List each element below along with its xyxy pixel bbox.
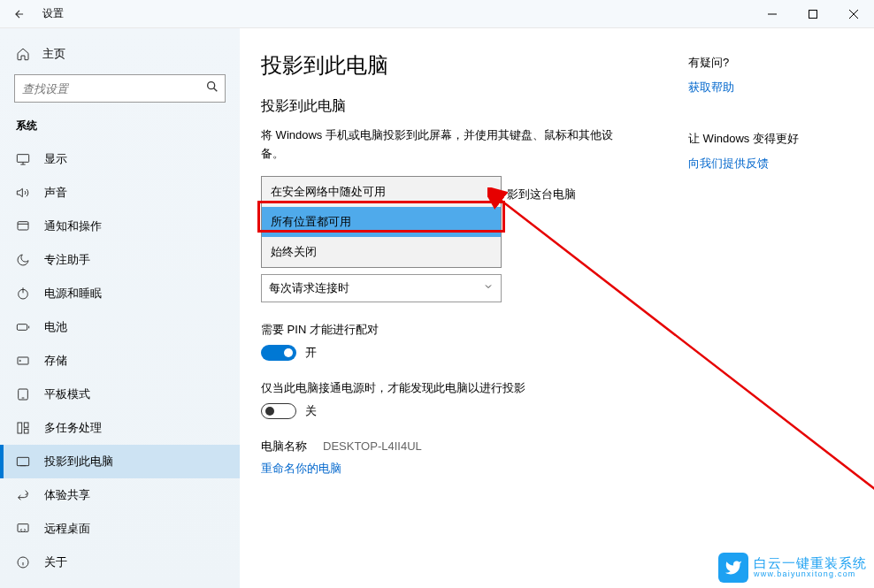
multitask-icon: [16, 421, 30, 435]
nav-label: 体验共享: [44, 487, 90, 503]
sidebar-home[interactable]: 主页: [0, 41, 240, 74]
watermark-text: 白云一键重装系统: [754, 556, 867, 571]
search-input[interactable]: [14, 74, 226, 103]
minimize-button[interactable]: [752, 0, 793, 28]
feedback-link[interactable]: 向我们提供反馈: [688, 156, 839, 172]
dropdown-option-everywhere[interactable]: 所有位置都可用: [262, 207, 501, 237]
sidebar-item-about[interactable]: 关于: [0, 546, 240, 579]
nav-label: 电池: [44, 319, 67, 335]
pc-name-label: 电脑名称: [261, 439, 307, 454]
sidebar-section-label: 系统: [0, 118, 240, 142]
sidebar-item-sound[interactable]: 声音: [0, 176, 240, 210]
rename-pc-link[interactable]: 重命名你的电脑: [261, 462, 341, 475]
maximize-button[interactable]: [793, 0, 833, 28]
sidebar-item-tablet[interactable]: 平板模式: [0, 378, 240, 411]
project-icon: [16, 454, 30, 469]
remote-icon: [16, 522, 30, 536]
description: 将 Windows 手机或电脑投影到此屏幕，并使用其键盘、鼠标和其他设备。: [261, 126, 635, 164]
pin-toggle[interactable]: [261, 345, 296, 361]
nav-label: 电源和睡眠: [44, 286, 102, 302]
pc-name-value: DESKTOP-L4II4UL: [323, 439, 422, 453]
svg-rect-10: [24, 423, 28, 427]
svg-rect-13: [18, 524, 28, 532]
dropdown-option-secure[interactable]: 在安全网络中随处可用: [262, 177, 501, 207]
pin-label: 需要 PIN 才能进行配对: [261, 322, 635, 338]
watermark-logo-icon: [718, 553, 748, 583]
discover-label: 仅当此电脑接通电源时，才能发现此电脑以进行投影: [261, 380, 635, 396]
svg-rect-9: [18, 423, 22, 433]
back-button[interactable]: [9, 4, 30, 25]
svg-point-1: [208, 82, 215, 89]
battery-icon: [16, 320, 30, 334]
nav-label: 专注助手: [44, 252, 90, 268]
toggle-on-text: 开: [305, 345, 317, 361]
sidebar-item-focus[interactable]: 专注助手: [0, 243, 240, 277]
svg-rect-12: [17, 457, 28, 465]
sidebar-item-battery[interactable]: 电池: [0, 310, 240, 344]
sidebar-item-project[interactable]: 投影到此电脑: [0, 445, 240, 478]
sidebar-item-share[interactable]: 体验共享: [0, 478, 240, 512]
share-icon: [16, 488, 30, 502]
monitor-icon: [16, 152, 30, 166]
svg-rect-0: [809, 10, 817, 18]
sidebar-item-remote[interactable]: 远程桌面: [0, 512, 240, 546]
svg-rect-2: [17, 155, 28, 163]
info-icon: [16, 555, 30, 569]
section-title: 投影到此电脑: [261, 97, 635, 116]
sidebar-home-label: 主页: [42, 46, 65, 62]
get-help-link[interactable]: 获取帮助: [688, 80, 839, 95]
svg-rect-3: [18, 222, 28, 230]
toggle-off-text: 关: [305, 403, 317, 419]
search-field[interactable]: [22, 82, 205, 95]
window-titlebar: 设置: [0, 0, 874, 28]
sidebar-item-power[interactable]: 电源和睡眠: [0, 277, 240, 310]
search-icon: [205, 80, 219, 97]
sidebar-item-multitask[interactable]: 多任务处理: [0, 411, 240, 445]
svg-point-7: [19, 360, 20, 361]
nav-label: 关于: [44, 554, 67, 570]
sound-icon: [16, 186, 30, 200]
nav-label: 声音: [44, 185, 67, 201]
watermark: 白云一键重装系统 www.baiyunxitong.com: [711, 547, 874, 588]
storage-icon: [16, 354, 30, 368]
sidebar-item-storage[interactable]: 存储: [0, 344, 240, 378]
chevron-down-icon: [483, 281, 494, 294]
side-question: 有疑问?: [688, 55, 839, 71]
nav-label: 平板模式: [44, 386, 90, 402]
page-title: 投影到此电脑: [261, 51, 635, 80]
svg-rect-5: [17, 325, 27, 331]
nav-label: 多任务处理: [44, 420, 102, 436]
discover-toggle[interactable]: [261, 403, 296, 419]
combo-value: 每次请求连接时: [269, 280, 349, 296]
nav-label: 投影到此电脑: [44, 454, 113, 470]
sidebar: 主页 系统 显示 声音 通知和操作 专注助手 电源和睡眠 电池 存储 平板模式 …: [0, 28, 240, 588]
notification-icon: [16, 219, 30, 233]
home-icon: [16, 47, 30, 61]
nav-label: 显示: [44, 151, 67, 167]
close-button[interactable]: [833, 0, 874, 28]
nav-label: 远程桌面: [44, 521, 90, 537]
side-improve-heading: 让 Windows 变得更好: [688, 131, 839, 147]
power-icon: [16, 286, 30, 301]
main-content: 投影到此电脑 投影到此电脑 将 Windows 手机或电脑投影到此屏幕，并使用其…: [240, 28, 874, 588]
nav-label: 通知和操作: [44, 218, 102, 234]
moon-icon: [16, 253, 30, 267]
svg-rect-11: [24, 429, 28, 433]
window-title: 设置: [42, 6, 64, 21]
hidden-label-fragment: 影到这台电脑: [507, 187, 576, 202]
dropdown-option-off[interactable]: 始终关闭: [262, 237, 501, 267]
nav-label: 存储: [44, 353, 67, 369]
availability-dropdown-open[interactable]: 在安全网络中随处可用 所有位置都可用 始终关闭: [261, 176, 502, 268]
watermark-url: www.baiyunxitong.com: [754, 570, 867, 579]
tablet-icon: [16, 387, 30, 401]
sidebar-item-display[interactable]: 显示: [0, 142, 240, 176]
sidebar-item-notifications[interactable]: 通知和操作: [0, 210, 240, 243]
ask-to-project-dropdown[interactable]: 每次请求连接时: [261, 274, 502, 302]
